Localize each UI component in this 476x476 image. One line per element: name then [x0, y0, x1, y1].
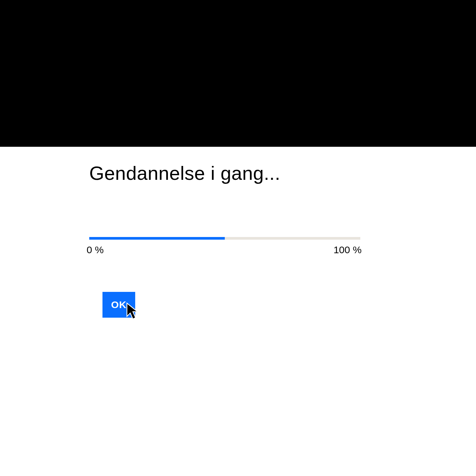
- progress-bar: 0 % 100 %: [89, 237, 416, 256]
- dialog-title: Gendannelse i gang...: [89, 162, 416, 184]
- progress-labels: 0 % 100 %: [87, 244, 362, 256]
- progress-track: [89, 237, 360, 240]
- top-black-bar: [0, 0, 476, 147]
- progress-min-label: 0 %: [87, 244, 104, 256]
- progress-max-label: 100 %: [334, 244, 362, 256]
- dialog-content: Gendannelse i gang... 0 % 100 % OK: [89, 162, 416, 318]
- progress-fill: [89, 237, 225, 240]
- ok-button[interactable]: OK: [102, 292, 135, 318]
